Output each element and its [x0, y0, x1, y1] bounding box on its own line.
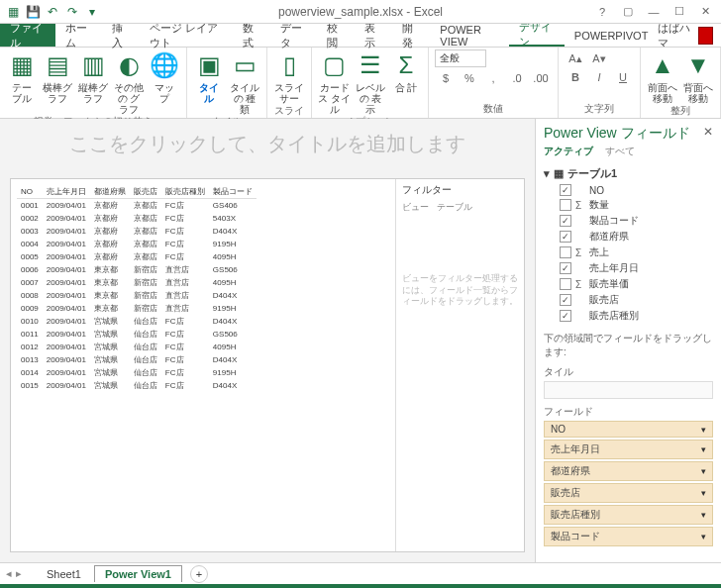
- field-well-item[interactable]: NO▾: [544, 421, 713, 438]
- table-header[interactable]: 都道府県: [90, 185, 130, 199]
- table-row[interactable]: 00082009/04/01東京都新宿店直営店D404X: [17, 289, 257, 302]
- table-row[interactable]: 00112009/04/01宮城県仙台店FC店GS506: [17, 328, 257, 341]
- fieldpane-tab-active[interactable]: アクティブ: [544, 145, 593, 158]
- table-header[interactable]: 製品コード: [209, 185, 257, 199]
- field-item[interactable]: Σ販売単価: [544, 276, 713, 292]
- chevron-down-icon[interactable]: ▾: [701, 425, 706, 435]
- field-well-item[interactable]: 販売店▾: [544, 483, 713, 503]
- filter-tab-view[interactable]: ビュー: [402, 201, 429, 214]
- chevron-down-icon[interactable]: ▾: [701, 488, 706, 498]
- tab-powerpivot[interactable]: POWERPIVOT: [565, 24, 659, 47]
- field-checkbox[interactable]: ✓: [560, 184, 571, 196]
- bold-icon[interactable]: B: [565, 68, 586, 86]
- table-header[interactable]: 売上年月日: [43, 185, 90, 199]
- sheet-nav-last-icon[interactable]: ▸: [16, 567, 22, 580]
- table-row[interactable]: 00132009/04/01宮城県仙台店FC店D404X: [17, 353, 257, 366]
- chevron-down-icon[interactable]: ▾: [701, 466, 706, 476]
- table-row[interactable]: 00102009/04/01宮城県仙台店FC店D404X: [17, 315, 257, 328]
- tab-view[interactable]: 表示: [355, 24, 392, 47]
- sheet-tab-sheet1[interactable]: Sheet1: [36, 565, 92, 582]
- maximize-icon[interactable]: ☐: [668, 3, 691, 21]
- tile-dropzone[interactable]: [544, 381, 713, 399]
- field-item[interactable]: ✓販売店種別: [544, 308, 713, 324]
- field-item[interactable]: ✓製品コード: [544, 213, 713, 229]
- send-back-button[interactable]: ▼背面へ 移動: [682, 49, 714, 104]
- slicer-button[interactable]: ▯スライ サー: [273, 49, 305, 104]
- table-row[interactable]: 00042009/04/01京都府京都店FC店9195H: [17, 238, 257, 250]
- tab-powerview[interactable]: POWER VIEW: [430, 24, 508, 47]
- currency-icon[interactable]: $: [435, 69, 457, 87]
- field-checkbox[interactable]: ✓: [560, 294, 571, 306]
- tab-file[interactable]: ファイル: [0, 24, 55, 47]
- table-button[interactable]: ▦テー ブル: [6, 49, 38, 104]
- pv-table-container[interactable]: NO売上年月日都道府県販売店販売店種別製品コード00012009/04/01京都…: [11, 179, 395, 551]
- table-row[interactable]: 00152009/04/01宮城県仙台店FC店D404X: [17, 379, 257, 392]
- filter-tab-table[interactable]: テーブル: [437, 201, 472, 214]
- other-chart-button[interactable]: ◐その他の グラフ: [113, 49, 145, 115]
- field-checkbox[interactable]: [560, 278, 571, 290]
- chevron-down-icon[interactable]: ▾: [701, 532, 706, 541]
- close-icon[interactable]: ✕: [693, 3, 717, 21]
- table-header[interactable]: 販売店種別: [161, 185, 209, 199]
- tab-design[interactable]: デザイン: [509, 24, 565, 47]
- tab-developer[interactable]: 開発: [392, 24, 430, 47]
- fieldpane-tab-all[interactable]: すべて: [605, 145, 635, 158]
- table-row[interactable]: 00092009/04/01東京都新宿店直営店9195H: [17, 302, 257, 315]
- add-sheet-button[interactable]: +: [190, 565, 208, 583]
- qat-customize-icon[interactable]: ▾: [83, 3, 101, 21]
- field-well-item[interactable]: 製品コード▾: [544, 527, 713, 546]
- font-size-dec-icon[interactable]: A▾: [588, 49, 610, 67]
- comma-icon[interactable]: ,: [482, 69, 504, 87]
- tab-pagelayout[interactable]: ページ レイアウト: [140, 24, 233, 47]
- minimize-icon[interactable]: —: [642, 3, 666, 21]
- powerview-canvas[interactable]: ここをクリックして、タイトルを追加します NO売上年月日都道府県販売店販売店種別…: [0, 119, 535, 562]
- undo-icon[interactable]: ↶: [44, 3, 61, 21]
- bar-chart-button[interactable]: ▤横棒グ ラフ: [42, 49, 73, 104]
- table-row[interactable]: 00072009/04/01東京都新宿店直営店4095H: [17, 276, 257, 289]
- table-row[interactable]: 00062009/04/01東京都新宿店直営店GS506: [17, 263, 257, 276]
- chevron-down-icon[interactable]: ▾: [701, 510, 706, 520]
- tile-button[interactable]: ▣タイ ル: [193, 49, 225, 104]
- tab-data[interactable]: データ: [270, 24, 317, 47]
- table-row[interactable]: 00142009/04/01宮城県仙台店FC店9195H: [17, 366, 257, 379]
- field-checkbox[interactable]: ✓: [560, 262, 571, 274]
- tab-home[interactable]: ホーム: [55, 24, 102, 47]
- help-icon[interactable]: ?: [590, 3, 614, 21]
- font-size-inc-icon[interactable]: A▴: [565, 49, 586, 67]
- field-checkbox[interactable]: ✓: [560, 231, 571, 243]
- field-table-node[interactable]: ▾ ▦ テーブル1: [544, 164, 713, 183]
- expand-icon[interactable]: ▾: [544, 167, 550, 180]
- field-item[interactable]: ✓NO: [544, 183, 713, 197]
- field-item[interactable]: Σ数量: [544, 197, 713, 213]
- field-item[interactable]: Σ売上: [544, 245, 713, 260]
- level-button[interactable]: ☰レベルの 表示: [355, 49, 386, 115]
- total-button[interactable]: Σ合 計: [390, 49, 422, 93]
- redo-icon[interactable]: ↷: [63, 3, 81, 21]
- table-row[interactable]: 00052009/04/01京都府京都店FC店4095H: [17, 250, 257, 263]
- table-row[interactable]: 00012009/04/01京都府京都店FC店GS406: [17, 199, 257, 213]
- field-item[interactable]: ✓売上年月日: [544, 260, 713, 276]
- map-button[interactable]: 🌐マッ プ: [149, 49, 180, 104]
- field-well-item[interactable]: 都道府県▾: [544, 461, 713, 481]
- sheet-nav-first-icon[interactable]: ◂: [6, 567, 12, 580]
- field-well-item[interactable]: 販売店種別▾: [544, 505, 713, 525]
- sheet-tab-powerview1[interactable]: Power View1: [94, 565, 182, 582]
- tab-formulas[interactable]: 数式: [233, 24, 270, 47]
- fieldpane-close-icon[interactable]: ✕: [703, 125, 713, 139]
- chevron-down-icon[interactable]: ▾: [701, 444, 706, 454]
- save-icon[interactable]: 💾: [24, 3, 42, 21]
- bring-front-button[interactable]: ▲前面へ 移動: [647, 49, 678, 104]
- card-style-button[interactable]: ▢カード ス タイル: [318, 49, 351, 115]
- table-header[interactable]: 販売店: [130, 185, 161, 199]
- percent-icon[interactable]: %: [459, 69, 480, 87]
- table-row[interactable]: 00032009/04/01京都府京都店FC店D404X: [17, 225, 257, 238]
- table-row[interactable]: 00022009/04/01京都府京都店FC店5403X: [17, 212, 257, 225]
- field-item[interactable]: ✓都道府県: [544, 229, 713, 245]
- field-checkbox[interactable]: [560, 199, 571, 211]
- user-avatar[interactable]: [698, 27, 713, 45]
- tile-kind-button[interactable]: ▭タイルの 種類: [229, 49, 260, 115]
- tab-review[interactable]: 校閲: [317, 24, 355, 47]
- dec-decimal-icon[interactable]: .00: [530, 69, 552, 87]
- title-placeholder[interactable]: ここをクリックして、タイトルを追加します: [0, 131, 535, 157]
- field-checkbox[interactable]: [560, 246, 571, 258]
